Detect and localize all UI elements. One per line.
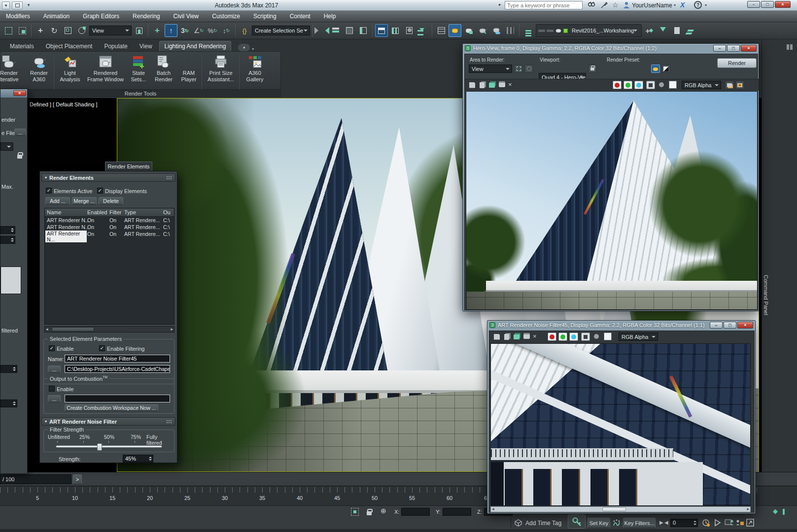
manage-links-icon[interactable]: +: [643, 24, 656, 37]
batch-render-button[interactable]: BatchRender: [151, 55, 176, 83]
render-setup-icon[interactable]: [435, 24, 448, 37]
schematic-view-icon[interactable]: [389, 24, 402, 37]
curve-editor-icon[interactable]: [375, 24, 388, 37]
hero-close-button[interactable]: ×: [741, 45, 757, 52]
art-maximize-button[interactable]: □: [724, 322, 736, 329]
render-setup-spinner-3[interactable]: [0, 365, 17, 373]
scroll-right-icon[interactable]: ▸: [747, 506, 749, 511]
copy-image-icon[interactable]: [502, 332, 511, 341]
col-name[interactable]: Name: [47, 209, 61, 215]
transform-gizmo-icon[interactable]: ⊕: [381, 507, 386, 515]
print-size-assistant-button[interactable]: Print SizeAssistant...: [204, 55, 238, 83]
rollout-grip-icon[interactable]: [166, 176, 172, 180]
combustion-path-field[interactable]: [65, 395, 170, 402]
elements-table-header[interactable]: Name Enabled Filter Type Ou: [45, 208, 174, 217]
exchange-apps-icon[interactable]: X: [680, 1, 685, 9]
mirror-icon[interactable]: [315, 24, 328, 37]
monochrome-channel-icon[interactable]: [659, 82, 664, 87]
add-button[interactable]: Add ...: [45, 197, 70, 205]
combustion-browse-button[interactable]: ...: [48, 395, 61, 402]
background-color-swatch[interactable]: [604, 332, 612, 340]
red-channel-button[interactable]: [613, 81, 622, 89]
menu-customize[interactable]: Customize: [212, 13, 240, 20]
next-key-icon[interactable]: ▶: [664, 520, 668, 525]
hero-view-titlebar[interactable]: 3 Hero-View, frame 0, Display Gamma: 2.2…: [463, 44, 759, 52]
x-coordinate-field[interactable]: [401, 508, 430, 516]
scroll-left-icon[interactable]: ◂: [46, 327, 48, 332]
strength-slider-thumb[interactable]: [97, 443, 102, 451]
area-to-render-dropdown[interactable]: View: [469, 65, 512, 73]
selection-lock-icon[interactable]: [367, 511, 372, 515]
output-path-field[interactable]: C:\Desktop-Projects\USAirforce-CadetChap…: [65, 365, 170, 373]
state-pill-icon[interactable]: [538, 30, 545, 32]
spinner-snap-toggle-icon[interactable]: ↕↻: [220, 24, 233, 37]
hero-maximize-button[interactable]: □: [727, 45, 740, 52]
scroll-right-icon[interactable]: ▸: [171, 327, 173, 332]
table-row[interactable]: ART Renderer N...OnOnART Rendere...C:\: [45, 224, 174, 231]
render-setup-window-icon[interactable]: [651, 65, 660, 73]
auto-region-icon[interactable]: [524, 65, 533, 73]
background-color-swatch[interactable]: [669, 81, 677, 89]
print-image-icon[interactable]: [497, 81, 506, 89]
username-menu[interactable]: YourUserName: [632, 2, 672, 9]
environment-toggle-icon[interactable]: [661, 65, 670, 73]
app-maximize-button[interactable]: □: [761, 1, 774, 8]
col-enabled[interactable]: Enabled: [87, 209, 107, 215]
time-configuration-icon[interactable]: [702, 519, 710, 527]
import-link-icon[interactable]: [657, 24, 669, 37]
render-in-cloud-icon[interactable]: [490, 24, 503, 37]
named-selection-sets-dropdown[interactable]: Create Selection Se: [252, 26, 310, 35]
alpha-channel-button[interactable]: [646, 81, 655, 89]
art-renderer-titlebar[interactable]: 3 ART Renderer Noise Filter45, Display G…: [487, 321, 755, 329]
clear-image-icon[interactable]: ×: [508, 81, 512, 88]
art-hscrollbar[interactable]: ◂ ▸: [490, 506, 751, 512]
elements-active-checkbox[interactable]: ✓: [46, 188, 52, 194]
state-pill2-icon[interactable]: [547, 30, 554, 32]
material-editor-icon[interactable]: [403, 24, 416, 37]
select-and-manipulate-icon[interactable]: +: [151, 24, 164, 37]
scroll-left-icon[interactable]: ◂: [492, 506, 494, 511]
render-setup-listbox[interactable]: [0, 266, 21, 294]
render-setup-titlebar[interactable]: ×: [0, 89, 27, 98]
hero-view-window[interactable]: 3 Hero-View, frame 0, Display Gamma: 2.2…: [462, 43, 759, 311]
delete-button[interactable]: Delete: [99, 197, 123, 205]
percent-snap-toggle-icon[interactable]: %↻: [206, 24, 219, 37]
print-image-icon[interactable]: [522, 332, 531, 341]
blue-channel-button[interactable]: [569, 332, 578, 341]
menu-content[interactable]: Content: [290, 13, 311, 20]
rollout-grip-icon[interactable]: [166, 420, 172, 424]
app-titlebar[interactable]: ▾ ▾ Autodesk 3ds Max 2017 ▸ ☆ YourUserNa…: [0, 0, 797, 11]
alpha-channel-button[interactable]: [581, 332, 590, 341]
strength-spinner[interactable]: 45%: [123, 455, 153, 463]
hero-rendered-image[interactable]: [466, 91, 758, 310]
ribbon-cycle-icon[interactable]: ▴: [238, 44, 250, 51]
copy-image-icon[interactable]: [478, 81, 486, 89]
help-dropdown-icon[interactable]: ▾: [705, 3, 707, 7]
menu-animation[interactable]: Animation: [43, 13, 69, 20]
hero-minimize-button[interactable]: −: [713, 45, 726, 52]
viewport-person-icon[interactable]: [725, 519, 733, 527]
menu-scripting[interactable]: Scripting: [253, 13, 277, 20]
frame-number-field[interactable]: 0: [670, 519, 698, 527]
a360-gallery-button[interactable]: A360Gallery: [242, 55, 268, 83]
add-time-tag-label[interactable]: Add Time Tag: [525, 520, 561, 527]
next-frame-button[interactable]: >: [73, 474, 82, 484]
export-link-icon[interactable]: [684, 24, 697, 37]
ab-compare-icon[interactable]: [504, 24, 517, 37]
prev-key-icon[interactable]: ▶: [659, 520, 663, 525]
monochrome-channel-icon[interactable]: [594, 334, 599, 339]
file-link-manager-icon[interactable]: [670, 24, 683, 37]
render-setup-browse-button[interactable]: ...: [14, 129, 26, 136]
selection-region-icon[interactable]: [351, 508, 359, 516]
strength-slider-track[interactable]: [56, 445, 162, 448]
select-and-move-icon[interactable]: +: [34, 24, 47, 37]
set-key-button[interactable]: Set Key: [588, 518, 610, 528]
key-filters-button[interactable]: Key Filters...: [623, 518, 656, 528]
rendered-frame-window-button[interactable]: RenderedFrame Window: [85, 55, 126, 83]
menu-civil-view[interactable]: Civil View: [173, 13, 199, 20]
worksharing-dropdown[interactable]: Revit2016_...Worksharing: [569, 26, 639, 35]
col-filter[interactable]: Filter: [109, 209, 121, 215]
play-animation-icon[interactable]: [714, 519, 722, 527]
tab-object-placement[interactable]: Object Placement: [41, 41, 98, 51]
ribbon-minimize-icon[interactable]: ▾: [252, 47, 254, 51]
